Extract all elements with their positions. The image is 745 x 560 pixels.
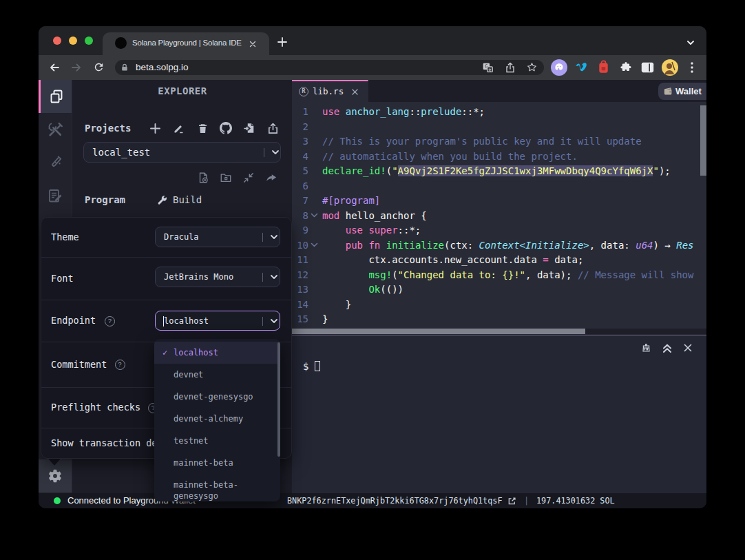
settings-label: Preflight checks xyxy=(51,402,140,413)
translate-icon[interactable]: G xyxy=(482,62,494,74)
chevron-down-icon xyxy=(270,234,278,240)
fold-chevron-icon[interactable] xyxy=(311,242,320,257)
github-icon[interactable] xyxy=(218,120,234,136)
copy-pages-icon xyxy=(48,88,65,105)
code-line[interactable]: #[program] xyxy=(322,194,380,209)
gutter-line-number: 6 xyxy=(292,179,308,194)
new-project-icon[interactable] xyxy=(147,120,163,136)
gutter-line-number: 11 xyxy=(292,253,308,268)
code-editor[interactable]: 1use anchor_lang::prelude::*;23// This i… xyxy=(292,102,706,335)
import-project-icon[interactable] xyxy=(241,120,258,136)
wrench-icon xyxy=(154,191,170,208)
tab-search-chevron-icon[interactable] xyxy=(686,39,695,47)
sidebar-item-build-deploy[interactable] xyxy=(39,113,72,146)
close-terminal-icon[interactable] xyxy=(683,343,693,353)
bookmark-star-icon[interactable] xyxy=(526,61,538,73)
help-icon[interactable]: ? xyxy=(115,360,125,370)
project-select[interactable]: local_test xyxy=(83,142,281,163)
backpack-extension-icon[interactable] xyxy=(596,59,611,76)
code-line[interactable]: ctx.accounts.new_account.data = data; xyxy=(322,253,583,268)
new-tab-button[interactable] xyxy=(277,37,288,48)
code-line[interactable]: use anchor_lang::prelude::*; xyxy=(322,105,485,120)
endpoint-option-devnet-alchemy[interactable]: devnet-alchemy xyxy=(154,408,280,430)
code-line[interactable]: Ok(()) xyxy=(322,282,403,298)
endpoint-option-devnet-genesysgo[interactable]: devnet-genesysgo xyxy=(154,386,280,408)
wallet-button[interactable]: Wallet xyxy=(658,83,706,100)
new-file-icon[interactable] xyxy=(195,169,211,186)
gutter-line-number: 4 xyxy=(292,149,308,165)
browser-window: Solana Playground | Solana IDE xyxy=(39,26,706,508)
code-line[interactable]: declare_id!("A9Qvj2S1F2Ke5fgZJJSC1wxj3MF… xyxy=(322,164,671,179)
vimeo-extension-icon[interactable] xyxy=(575,61,588,73)
editor-hscrollbar-thumb[interactable] xyxy=(292,329,585,334)
tab-close-icon[interactable] xyxy=(351,88,359,96)
maximize-terminal-icon[interactable] xyxy=(662,343,672,353)
terminal-panel: $ xyxy=(292,335,706,493)
editor-vscrollbar-thumb[interactable] xyxy=(700,105,706,176)
endpoint-option-mainnet-beta[interactable]: mainnet-beta xyxy=(154,452,280,474)
traffic-minimize-button[interactable] xyxy=(69,37,77,45)
rust-icon: R xyxy=(299,87,308,96)
sidebar-item-test[interactable] xyxy=(39,146,72,179)
tutorials-icon xyxy=(47,187,63,204)
build-button[interactable]: Build xyxy=(173,193,202,207)
code-line[interactable]: msg!("Changed data to: {}!", data); // M… xyxy=(322,268,693,283)
endpoint-option-devnet[interactable]: devnet xyxy=(154,364,280,386)
wallet-address[interactable]: BNKP2f6zrnETxejQmRjbT2kki6TG8x7rj76tyhQ1… xyxy=(287,493,503,508)
code-line[interactable]: use super::*; xyxy=(322,223,421,238)
fold-chevron-icon[interactable] xyxy=(311,212,320,227)
rename-project-icon[interactable] xyxy=(170,120,187,136)
dropdown-scrollbar-thumb[interactable] xyxy=(277,342,280,457)
gutter-line-number: 12 xyxy=(292,268,308,283)
address-bar[interactable]: beta.solpg.io G xyxy=(115,60,544,75)
select-separator xyxy=(262,273,263,282)
traffic-zoom-button[interactable] xyxy=(85,37,93,45)
sidebar-item-tutorials[interactable] xyxy=(39,179,72,212)
select-separator xyxy=(262,233,263,242)
check-icon: ✓ xyxy=(162,342,167,364)
extensions-puzzle-icon[interactable] xyxy=(620,61,632,74)
reload-icon[interactable] xyxy=(93,61,105,73)
phantom-extension-icon[interactable] xyxy=(551,59,567,76)
help-icon[interactable]: ? xyxy=(105,316,115,326)
select-separator xyxy=(264,148,264,157)
code-line[interactable]: } xyxy=(322,312,328,327)
back-icon[interactable] xyxy=(48,61,61,74)
share-project-icon[interactable] xyxy=(263,169,280,186)
export-project-icon[interactable] xyxy=(264,120,281,136)
gutter-line-number: 5 xyxy=(292,164,308,179)
editor-hscrollbar[interactable] xyxy=(292,329,706,334)
endpoint-option-localhost[interactable]: ✓localhost xyxy=(154,342,280,364)
code-line[interactable]: // This is your program's public key and… xyxy=(322,134,642,149)
forward-icon[interactable] xyxy=(70,61,83,74)
main-column: R lib.rs Wallet 1use anchor_lang::prelud… xyxy=(292,80,706,493)
profile-avatar[interactable] xyxy=(662,59,678,76)
code-line[interactable]: mod hello_anchor { xyxy=(322,209,427,224)
projects-label: Projects xyxy=(85,121,131,135)
tab-close-icon[interactable] xyxy=(247,39,258,50)
external-link-icon[interactable] xyxy=(507,497,516,506)
menu-dots-icon[interactable] xyxy=(690,61,694,74)
settings-label: Endpoint xyxy=(51,315,96,326)
terminal-output-area[interactable] xyxy=(292,377,706,494)
endpoint-option-testnet[interactable]: testnet xyxy=(154,430,280,452)
tab-librs[interactable]: R lib.rs xyxy=(292,80,368,102)
wallet-balance[interactable]: 197.41301632 SOL xyxy=(536,493,615,508)
code-line[interactable]: } xyxy=(322,298,351,313)
share-icon[interactable] xyxy=(505,62,516,73)
traffic-close-button[interactable] xyxy=(53,37,61,45)
new-folder-icon[interactable] xyxy=(218,169,234,186)
sidebar-item-explorer[interactable] xyxy=(39,80,72,113)
browser-tab[interactable]: Solana Playground | Solana IDE xyxy=(103,32,269,55)
collapse-folders-icon[interactable] xyxy=(240,169,257,186)
delete-project-icon[interactable] xyxy=(194,120,211,136)
side-panel-icon[interactable] xyxy=(641,62,654,73)
clear-terminal-icon[interactable] xyxy=(641,343,651,353)
theme-select[interactable]: Dracula xyxy=(155,227,280,247)
code-line[interactable]: pub fn initialize(ctx: Context<Initializ… xyxy=(322,238,694,253)
endpoint-select[interactable]: localhost xyxy=(155,311,280,331)
font-select[interactable]: JetBrains Mono xyxy=(155,267,280,287)
code-line[interactable]: // automatically when you build the proj… xyxy=(322,149,578,165)
tab-librs-label: lib.rs xyxy=(313,81,344,102)
endpoint-option-mainnet-beta-genesysgo[interactable]: mainnet-beta-genesysgo xyxy=(154,474,258,501)
